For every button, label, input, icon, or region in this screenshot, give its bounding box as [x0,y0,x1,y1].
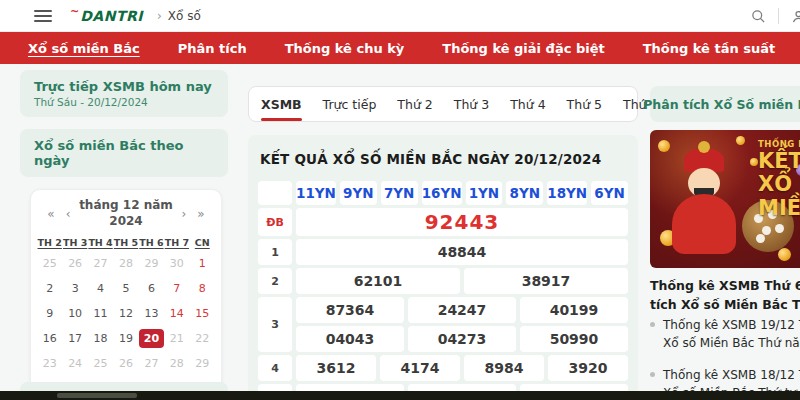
calendar-day[interactable]: 27 [88,254,113,273]
tab-trực-tiếp[interactable]: Trực tiếp [323,97,377,112]
table-header-row: 11YN9YN7YN16YN1YN8YN18YN6YN [258,181,628,205]
column-header[interactable]: 11YN [296,181,336,205]
column-header[interactable]: 9YN [340,181,377,205]
calendar-day[interactable]: 24 [62,354,87,373]
calendar-day[interactable]: 23 [37,354,62,373]
calendar-day[interactable]: 28 [164,354,189,373]
logo-text: DANTRI [80,8,143,24]
column-header[interactable]: 8YN [506,181,543,205]
byday-card[interactable]: Xổ số miền Bắc theo ngày [20,129,228,177]
header-divider [778,8,779,24]
nav-item-xổ-số-miền-bắc[interactable]: Xổ số miền Bắc [28,41,140,56]
calendar-day[interactable]: 5 [113,279,138,298]
calendar-day[interactable]: 13 [139,304,164,323]
calendar-day-header: TH 7 [164,237,189,248]
column-header[interactable]: 16YN [422,181,462,205]
analysis-card-title: Phân tích Xổ Số miền Bắc [637,97,800,112]
prize-label: 4 [258,355,292,381]
bullet-icon [650,322,655,327]
prize-row-ĐB: ĐB92443 [258,208,628,236]
calendar-day-selected[interactable]: 20 [139,329,164,348]
article-link[interactable]: Thống kê XSMB 19/12 Thứ 5 - Phân tíchXổ … [650,316,800,352]
calendar-day[interactable]: 22 [190,329,215,348]
calendar-day[interactable]: 2 [37,279,62,298]
calendar-first-icon[interactable]: « [45,207,57,221]
prize-row-2: 26210138917 [258,268,628,294]
calendar-day[interactable]: 12 [113,304,138,323]
calendar-day[interactable]: 15 [190,304,215,323]
nav-item-thống-kê-giải-đặc-biệt[interactable]: Thống kê giải đặc biệt [442,41,604,56]
calendar-day[interactable]: 7 [164,279,189,298]
calendar-day[interactable]: 10 [62,304,87,323]
calendar-day[interactable]: 11 [88,304,113,323]
calendar-day[interactable]: 25 [88,354,113,373]
calendar-day[interactable]: 17 [62,329,87,348]
calendar-day-header: TH 5 [113,237,138,248]
tab-thứ-3[interactable]: Thứ 3 [454,97,489,112]
breadcrumb-item[interactable]: Xổ số [168,9,201,23]
nav-item-thống-kê-tần-suất[interactable]: Thống kê tần suất [643,41,776,56]
prize-label: 1 [258,239,292,265]
calendar-last-icon[interactable]: » [195,207,207,221]
tab-xsmb[interactable]: XSMB [261,97,302,112]
calendar-next-icon[interactable]: › [178,207,190,221]
prize-number: 38917 [464,268,628,294]
nav-item-phân-tích[interactable]: Phân tích [178,41,247,56]
column-header[interactable]: 6YN [591,181,628,205]
calendar-day[interactable]: 18 [88,329,113,348]
calendar-day[interactable]: 30 [164,254,189,273]
promo-banner[interactable]: THỐNG KÊ - KẾT XỔ MIỀN [650,130,800,268]
column-header[interactable]: 7YN [381,181,418,205]
calendar-day[interactable]: 25 [37,254,62,273]
result-table: 11YN9YN7YN16YN1YN8YN18YN6YNĐB92443148844… [258,181,628,400]
calendar-day[interactable]: 9 [37,304,62,323]
god-of-wealth-robe [672,194,736,254]
prize-number: 04273 [408,326,516,352]
calendar-day[interactable]: 26 [113,354,138,373]
column-header[interactable]: 1YN [466,181,503,205]
result-title: KẾT QUẢ XỔ SỐ MIỀN BẮC NGÀY 20/12/2024 [260,151,626,167]
prize-number: 87364 [296,297,404,323]
calendar-day[interactable]: 14 [164,304,189,323]
calendar-day[interactable]: 27 [139,354,164,373]
tab-thứ-5[interactable]: Thứ 5 [567,97,602,112]
calendar-day[interactable]: 29 [190,354,215,373]
calendar-day[interactable]: 21 [164,329,189,348]
calendar-day[interactable]: 19 [113,329,138,348]
dantri-logo[interactable]: ~ DANTRI [70,8,143,24]
nav-item-thống-kê-chu-kỳ[interactable]: Thống kê chu kỳ [285,41,405,56]
calendar-prev-icon[interactable]: ‹ [62,207,74,221]
search-icon[interactable] [751,9,766,24]
main-nav: Xổ số miền BắcPhân tíchThống kê chu kỳTh… [0,32,800,64]
calendar-day[interactable]: 26 [62,254,87,273]
analysis-card[interactable]: Phân tích Xổ Số miền Bắc [650,86,800,122]
live-xsmb-card[interactable]: Trực tiếp XSMB hôm nay Thứ Sáu - 20/12/2… [20,70,228,117]
article-line1: Thống kê XSMB 18/12 Thứ 4 - Phân tích [663,366,800,384]
left-sidebar: Trực tiếp XSMB hôm nay Thứ Sáu - 20/12/2… [16,70,232,400]
bullet-icon [650,372,655,377]
tab-thứ-2[interactable]: Thứ 2 [397,97,432,112]
calendar-day[interactable]: 3 [62,279,87,298]
article-list: Thống kê XSMB 19/12 Thứ 5 - Phân tíchXổ … [650,316,800,400]
tab-thứ-4[interactable]: Thứ 4 [510,97,545,112]
prize-number: 92443 [296,208,628,236]
byday-title: Xổ số miền Bắc theo ngày [34,138,214,168]
calendar-day[interactable]: 8 [190,279,215,298]
prize-row-1: 148844 [258,239,628,265]
calendar-day[interactable]: 16 [37,329,62,348]
calendar-day-header: TH 2 [37,237,62,248]
featured-article-link[interactable]: Thống kê XSMB Thứ 6 20/12/2024 - Phân tí… [650,276,800,315]
calendar-day[interactable]: 1 [190,254,215,273]
menu-icon[interactable] [34,7,52,25]
prize-label: 3 [258,297,292,352]
calendar-day[interactable]: 29 [139,254,164,273]
calendar-day[interactable]: 4 [88,279,113,298]
prize-line: 040430427350990 [296,326,628,352]
calendar-day[interactable]: 28 [113,254,138,273]
calendar-day[interactable]: 6 [139,279,164,298]
user-icon[interactable] [791,9,800,24]
prize-number: 40199 [520,297,628,323]
table-header-cells: 11YN9YN7YN16YN1YN8YN18YN6YN [296,181,628,205]
column-header[interactable]: 18YN [547,181,587,205]
breadcrumb-separator: › [157,9,162,23]
